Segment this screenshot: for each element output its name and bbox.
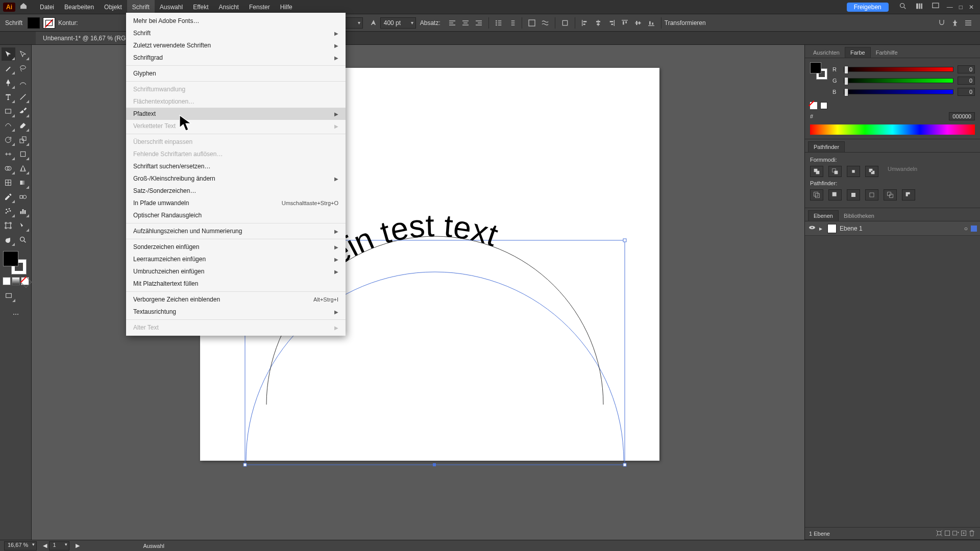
b-value[interactable]: 0 xyxy=(958,88,975,96)
direct-select-tool[interactable] xyxy=(16,47,30,61)
menuitem-verborgene-zeichen-einblenden[interactable]: Verborgene Zeichen einblendenAlt+Strg+I xyxy=(126,293,346,306)
transform-label[interactable]: Transformieren xyxy=(665,19,706,27)
new-layer-icon[interactable] xyxy=(960,529,968,538)
menuitem-gro-kleinschreibung-ndern[interactable]: Groß-/Kleinschreibung ändern▶ xyxy=(126,172,346,185)
pf-divide-icon[interactable] xyxy=(810,189,823,201)
align-v-center-icon[interactable] xyxy=(632,17,644,29)
mesh-tool[interactable] xyxy=(2,176,15,189)
pf-intersect-icon[interactable] xyxy=(847,166,860,177)
align-v-top-icon[interactable] xyxy=(619,17,631,29)
new-sublayer-icon[interactable] xyxy=(951,529,960,538)
menu-ansicht[interactable]: Ansicht xyxy=(214,0,244,14)
type-tool[interactable] xyxy=(2,90,15,104)
pf-unite-icon[interactable] xyxy=(810,166,823,177)
menuitem-schriftgrad[interactable]: Schriftgrad▶ xyxy=(126,52,346,64)
locate-icon[interactable] xyxy=(935,529,943,538)
g-value[interactable]: 0 xyxy=(958,77,975,85)
blend-tool[interactable] xyxy=(16,190,30,204)
clip-mask-icon[interactable] xyxy=(943,529,951,538)
magic-wand-tool[interactable] xyxy=(2,62,15,75)
menuitem-optischer-randausgleich[interactable]: Optischer Randausgleich xyxy=(126,209,346,221)
eyedropper-tool[interactable] xyxy=(2,190,15,204)
color-mode-row[interactable] xyxy=(2,277,30,286)
menu-hilfe[interactable]: Hilfe xyxy=(275,0,298,14)
rotate-tool[interactable] xyxy=(2,133,15,146)
workspace-icon[interactable] xyxy=(932,2,940,12)
pf-crop-icon[interactable] xyxy=(865,189,878,201)
slice-tool[interactable] xyxy=(16,219,30,232)
align-h-center-icon[interactable] xyxy=(592,17,604,29)
menuitem-mehr-bei-adobe-fonts[interactable]: Mehr bei Adobe Fonts… xyxy=(126,15,346,27)
tab-layers[interactable]: Ebenen xyxy=(808,210,839,221)
artboard-next-icon[interactable]: ▶ xyxy=(76,542,80,549)
scale-tool[interactable] xyxy=(16,133,30,146)
fill-swatch[interactable] xyxy=(28,17,40,29)
edit-toolbar-icon[interactable]: ⋯ xyxy=(2,308,30,321)
snap-icon[interactable] xyxy=(936,17,948,29)
perspective-tool[interactable] xyxy=(16,162,30,175)
align-h-right-icon[interactable] xyxy=(605,17,618,29)
align-v-bottom-icon[interactable] xyxy=(645,17,657,29)
zoom-select[interactable]: 16,67 % xyxy=(4,541,37,550)
font-size-select[interactable]: 400 pt xyxy=(380,17,416,29)
lasso-tool[interactable] xyxy=(16,62,30,75)
menuitem-schrift[interactable]: Schrift▶ xyxy=(126,27,346,39)
align-h-left-icon[interactable] xyxy=(579,17,591,29)
menuitem-glyphen[interactable]: Glyphen xyxy=(126,67,346,80)
menu-icon[interactable] xyxy=(962,17,974,29)
menu-auswahl[interactable]: Auswahl xyxy=(155,0,188,14)
menuitem-umbruchzeichen-einf-gen[interactable]: Umbruchzeichen einfügen▶ xyxy=(126,265,346,278)
visibility-icon[interactable] xyxy=(808,223,817,233)
menuitem-leerraumzeichen-einf-gen[interactable]: Leerraumzeichen einfügen▶ xyxy=(126,253,346,265)
menuitem-mit-platzhaltertext-f-llen[interactable]: Mit Platzhaltertext füllen xyxy=(126,278,346,290)
home-icon[interactable] xyxy=(19,2,28,12)
pen-tool[interactable] xyxy=(2,76,15,89)
shape-builder-tool[interactable] xyxy=(2,162,15,175)
graph-tool[interactable] xyxy=(16,205,30,218)
search-icon[interactable] xyxy=(899,2,907,12)
brush-tool[interactable] xyxy=(16,105,30,118)
menuitem-in-pfade-umwandeln[interactable]: In Pfade umwandelnUmschalttaste+Strg+O xyxy=(126,197,346,209)
menuitem-satz-sonderzeichen[interactable]: Satz-/Sonderzeichen… xyxy=(126,185,346,197)
align-left-icon[interactable] xyxy=(446,17,458,29)
pf-minus-icon[interactable] xyxy=(828,166,842,177)
isolate-icon[interactable] xyxy=(559,17,571,29)
menu-objekt[interactable]: Objekt xyxy=(99,0,127,14)
g-slider[interactable] xyxy=(844,78,953,83)
tab-align[interactable]: Ausrichten xyxy=(808,47,845,58)
artboard-tool[interactable] xyxy=(2,219,15,232)
pf-minusback-icon[interactable] xyxy=(902,189,915,201)
artboard-number[interactable]: 1 xyxy=(49,541,69,550)
screen-mode-tool[interactable] xyxy=(2,289,16,303)
none-swatch[interactable] xyxy=(810,102,817,109)
shaper-tool[interactable] xyxy=(2,119,15,132)
share-button[interactable]: Freigeben xyxy=(847,3,889,12)
char-panel-icon[interactable] xyxy=(526,17,538,29)
align-center-icon[interactable] xyxy=(459,17,472,29)
menu-bearbeiten[interactable]: Bearbeiten xyxy=(59,0,99,14)
b-slider[interactable] xyxy=(844,89,953,94)
r-value[interactable]: 0 xyxy=(958,65,975,73)
rectangle-tool[interactable] xyxy=(2,105,15,118)
white-swatch[interactable] xyxy=(820,102,827,109)
trash-icon[interactable] xyxy=(968,529,976,538)
r-slider[interactable] xyxy=(844,67,953,72)
tab-colorguide[interactable]: Farbhilfe xyxy=(871,47,903,58)
symbol-spray-tool[interactable] xyxy=(2,205,15,218)
hand-tool[interactable] xyxy=(2,233,15,246)
hex-value[interactable]: 000000 xyxy=(949,112,975,120)
pf-merge-icon[interactable] xyxy=(847,189,860,201)
menuitem-zuletzt-verwendete-schriften[interactable]: Zuletzt verwendete Schriften▶ xyxy=(126,39,346,52)
menuitem-pfadtext[interactable]: Pfadtext▶ xyxy=(126,108,346,120)
spectrum-bar[interactable] xyxy=(810,124,975,135)
width-tool[interactable] xyxy=(2,147,15,161)
pf-exclude-icon[interactable] xyxy=(865,166,878,177)
warp-icon[interactable] xyxy=(539,17,551,29)
layer-name[interactable]: Ebene 1 xyxy=(840,225,863,232)
zoom-tool[interactable] xyxy=(16,233,30,246)
target-icon[interactable]: ○ xyxy=(964,225,968,232)
menu-datei[interactable]: Datei xyxy=(35,0,59,14)
maximize-icon[interactable]: □ xyxy=(959,4,963,11)
tab-color[interactable]: Farbe xyxy=(845,47,871,58)
pf-trim-icon[interactable] xyxy=(828,189,842,201)
